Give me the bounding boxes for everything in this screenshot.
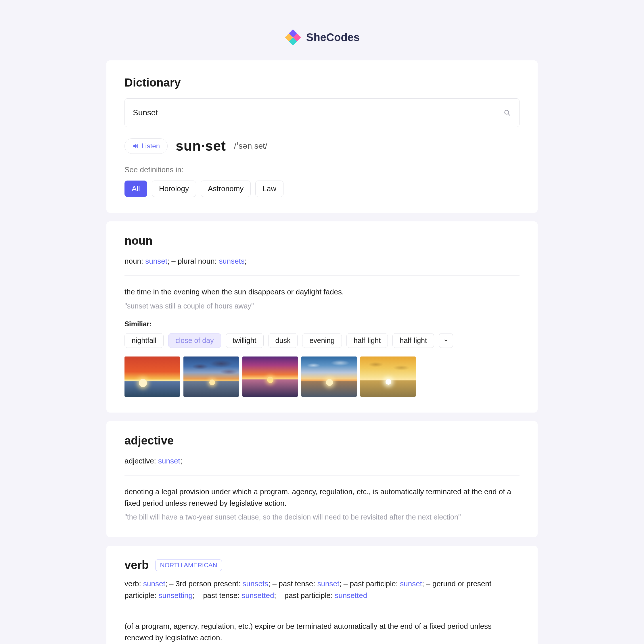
similar-chip[interactable]: dusk xyxy=(268,333,298,348)
category-pill-all[interactable]: All xyxy=(124,181,147,197)
similar-chip[interactable]: close of day xyxy=(168,333,221,348)
category-pill-horology[interactable]: Horology xyxy=(152,181,196,197)
category-pill-astronomy[interactable]: Astronomy xyxy=(201,181,251,197)
similar-chip[interactable]: nightfall xyxy=(124,333,164,348)
dictionary-header-card: Dictionary Listen sun·set xyxy=(106,60,538,213)
verb-forms: verb: sunset; – 3rd person present: suns… xyxy=(124,578,520,601)
verb-card: verb NORTH AMERICAN verb: sunset; – 3rd … xyxy=(106,546,538,644)
sunset-image[interactable] xyxy=(301,357,357,397)
search-field[interactable] xyxy=(124,98,520,127)
similar-label: Similiar: xyxy=(124,320,520,328)
chevron-down-icon[interactable] xyxy=(439,333,453,348)
similar-row: nightfallclose of daytwillightduskevenin… xyxy=(124,333,520,348)
sunset-image[interactable] xyxy=(360,357,416,397)
pronunciation: /ˈsənˌset/ xyxy=(234,141,267,151)
similar-chip[interactable]: evening xyxy=(302,333,342,348)
category-pill-law[interactable]: Law xyxy=(255,181,283,197)
volume-icon xyxy=(132,143,139,149)
listen-label: Listen xyxy=(141,142,160,150)
logo-icon xyxy=(284,29,302,46)
adjective-card: adjective adjective: sunset; denoting a … xyxy=(106,421,538,537)
category-pills: AllHorologyAstronomyLaw xyxy=(124,181,520,197)
similar-chip[interactable]: half-light xyxy=(346,333,388,348)
sunset-image[interactable] xyxy=(124,357,180,397)
brand-name: SheCodes xyxy=(306,31,360,44)
pos-heading-adjective: adjective xyxy=(124,434,520,447)
noun-example: "sunset was still a couple of hours away… xyxy=(124,302,520,310)
noun-forms: noun: sunset; – plural noun: sunsets; xyxy=(124,255,520,267)
brand-logo: SheCodes xyxy=(106,29,538,46)
headword: sun·set xyxy=(176,138,226,154)
pos-heading-verb: verb xyxy=(124,559,149,572)
image-row xyxy=(124,357,520,397)
noun-card: noun noun: sunset; – plural noun: sunset… xyxy=(106,221,538,413)
adjective-definition: denoting a legal provision under which a… xyxy=(124,486,520,509)
similar-chip[interactable]: half-light xyxy=(392,333,434,348)
svg-line-5 xyxy=(508,114,510,116)
adjective-forms: adjective: sunset; xyxy=(124,455,520,467)
search-input[interactable] xyxy=(133,108,503,117)
sunset-image[interactable] xyxy=(183,357,239,397)
page-title: Dictionary xyxy=(124,76,520,89)
pos-heading-noun: noun xyxy=(124,234,520,247)
noun-definition: the time in the evening when the sun dis… xyxy=(124,286,520,298)
search-icon[interactable] xyxy=(503,109,511,117)
adjective-example: "the bill will have a two-year sunset cl… xyxy=(124,513,520,521)
svg-point-4 xyxy=(505,110,509,114)
similar-chip[interactable]: twillight xyxy=(226,333,264,348)
listen-button[interactable]: Listen xyxy=(124,138,168,154)
sunset-image[interactable] xyxy=(242,357,298,397)
region-badge: NORTH AMERICAN xyxy=(155,559,222,571)
verb-definition: (of a program, agency, regulation, etc.)… xyxy=(124,620,520,644)
see-definitions-label: See definitions in: xyxy=(124,165,520,174)
